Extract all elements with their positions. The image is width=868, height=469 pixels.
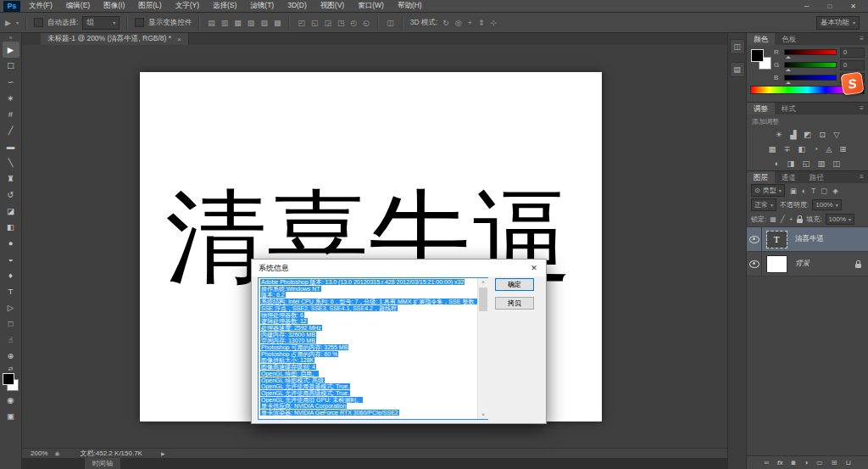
clone-stamp-tool[interactable]: ♜ xyxy=(3,170,19,187)
opacity-dropdown[interactable]: 100% ▾ xyxy=(812,199,841,210)
screenshot-app-badge[interactable]: S xyxy=(840,71,864,95)
new-adjustment-layer-icon[interactable]: ◑ xyxy=(804,459,808,466)
scroll-up-icon[interactable]: ˄ xyxy=(478,278,488,287)
3d-scale-icon[interactable]: ⊹ xyxy=(490,19,498,27)
3d-drag-icon[interactable]: + xyxy=(467,19,473,27)
move-tool[interactable]: ▶ xyxy=(3,42,19,58)
history-panel-icon[interactable]: ◫ xyxy=(730,39,745,54)
black-white-icon[interactable]: ◧ xyxy=(798,144,805,154)
text-layer-thumbnail[interactable]: T xyxy=(767,232,787,248)
vibrance-icon[interactable]: ▽ xyxy=(833,130,839,139)
crop-tool[interactable]: # xyxy=(3,106,19,122)
filter-smart-object-icon[interactable]: ◈ xyxy=(832,187,838,195)
layer-row-text[interactable]: T 清喜牛逼 xyxy=(747,226,868,251)
system-info-text[interactable]: Adobe Photoshop 版本: 13.0 (13.0 20120315.… xyxy=(258,277,488,420)
lasso-tool[interactable]: ∽ xyxy=(3,74,19,90)
selective-color-icon[interactable]: ◫ xyxy=(832,159,840,168)
filter-type-layer-icon[interactable]: T xyxy=(811,187,815,195)
gradient-map-icon[interactable]: ▥ xyxy=(817,159,825,168)
filter-shape-layer-icon[interactable]: ▢ xyxy=(821,187,827,195)
tab-paths[interactable]: 路径 xyxy=(803,171,831,183)
tab-close-icon[interactable]: × xyxy=(177,36,181,43)
align-hcenter-icon[interactable]: ▨ xyxy=(259,19,269,27)
menu-image[interactable]: 图像(I) xyxy=(103,1,125,11)
tab-channels[interactable]: 通道 xyxy=(775,171,803,183)
scrollbar-thumb[interactable] xyxy=(479,288,487,311)
panel-menu-icon[interactable]: ≡ xyxy=(860,103,868,114)
distribute-vcenter-icon[interactable]: ◱ xyxy=(310,19,320,27)
ok-button[interactable]: 确定 xyxy=(495,278,534,291)
menu-file[interactable]: 文件(F) xyxy=(29,1,53,11)
filter-adjustment-layer-icon[interactable]: ◐ xyxy=(802,187,806,195)
lock-position-icon[interactable]: + xyxy=(789,215,793,223)
3d-rotate-icon[interactable]: ↻ xyxy=(442,19,450,27)
color-balance-icon[interactable]: ∓ xyxy=(784,144,791,154)
photo-filter-icon[interactable]: ◔ xyxy=(813,144,818,154)
pen-tool[interactable]: ♦ xyxy=(3,267,19,283)
foreground-color-swatch[interactable] xyxy=(3,373,14,385)
menu-view[interactable]: 视图(V) xyxy=(320,1,344,11)
current-tool-icon[interactable]: ▶ xyxy=(4,19,12,27)
curves-icon[interactable]: ◩ xyxy=(804,130,811,139)
blend-mode-dropdown[interactable]: 正常 ▾ xyxy=(751,198,776,211)
tab-styles[interactable]: 样式 xyxy=(775,103,803,114)
align-bottom-icon[interactable]: ▦ xyxy=(233,19,242,27)
tool-preset-caret-icon[interactable]: ▾ xyxy=(16,20,19,25)
green-channel-value[interactable]: 0 xyxy=(840,60,865,70)
lock-transparency-icon[interactable]: ▦ xyxy=(770,215,776,223)
tools-collapse-icon[interactable]: » xyxy=(9,34,13,42)
color-lookup-icon[interactable]: ⊞ xyxy=(840,144,847,154)
screen-mode-button[interactable]: ▣ xyxy=(3,408,19,424)
filter-pixel-layer-icon[interactable]: ▣ xyxy=(790,187,797,195)
swap-colors-icon[interactable]: ⇄ xyxy=(8,366,14,372)
exposure-icon[interactable]: ⊡ xyxy=(819,130,826,139)
layer-row-background[interactable]: 背景 xyxy=(747,251,868,276)
dialog-close-icon[interactable]: ✕ xyxy=(522,260,546,276)
lock-pixels-icon[interactable]: ╱ xyxy=(781,215,785,223)
minimize-button[interactable]: ─ xyxy=(804,3,810,10)
zoom-tool[interactable]: ⊕ xyxy=(3,348,19,364)
distribute-bottom-icon[interactable]: ◲ xyxy=(323,19,332,27)
menu-edit[interactable]: 编辑(E) xyxy=(66,1,90,11)
document-tab[interactable]: 未标题-1 @ 200% (清喜牛逼, RGB/8) * × xyxy=(41,33,189,45)
type-tool[interactable]: T xyxy=(3,283,19,299)
panel-menu-icon[interactable]: ≡ xyxy=(860,171,868,183)
menu-type[interactable]: 文字(Y) xyxy=(175,1,199,11)
dialog-scrollbar[interactable]: ˄ ˅ xyxy=(477,278,488,419)
background-layer-thumbnail[interactable] xyxy=(766,255,787,273)
align-top-icon[interactable]: ▤ xyxy=(207,19,216,27)
menu-window[interactable]: 窗口(W) xyxy=(358,1,384,11)
align-vcenter-icon[interactable]: ▥ xyxy=(220,19,230,27)
workspace-dropdown[interactable]: 基本功能 ▾ xyxy=(816,16,860,30)
show-transform-checkbox[interactable] xyxy=(135,18,144,27)
rectangle-tool[interactable]: □ xyxy=(3,315,19,332)
healing-brush-tool[interactable]: ▬ xyxy=(3,138,19,154)
visibility-cell[interactable] xyxy=(747,227,762,251)
3d-roll-icon[interactable]: ◎ xyxy=(454,19,463,27)
maximize-button[interactable]: □ xyxy=(827,3,832,10)
status-expand-icon[interactable]: ▶ xyxy=(161,450,165,456)
layer-name[interactable]: 背景 xyxy=(795,259,810,269)
tab-adjustments[interactable]: 调整 xyxy=(747,103,775,114)
tab-swatches[interactable]: 色板 xyxy=(775,33,803,45)
menu-layer[interactable]: 图层(L) xyxy=(138,1,161,11)
menu-select[interactable]: 选择(S) xyxy=(213,1,236,11)
timeline-tab[interactable]: 时间轴 xyxy=(85,458,120,469)
auto-select-checkbox[interactable] xyxy=(34,18,43,27)
link-layers-icon[interactable]: ∞ xyxy=(764,459,769,466)
layer-name[interactable]: 清喜牛逼 xyxy=(795,234,824,244)
invert-icon[interactable]: ◐ xyxy=(775,159,780,168)
marquee-tool[interactable]: ☐ xyxy=(3,58,19,74)
properties-panel-icon[interactable]: ▤ xyxy=(730,62,745,77)
eraser-tool[interactable]: ◪ xyxy=(3,203,19,219)
hand-tool[interactable]: ☝ xyxy=(3,332,19,348)
layer-style-icon[interactable]: fx xyxy=(777,459,783,466)
posterize-icon[interactable]: ◨ xyxy=(787,159,794,168)
auto-align-icon[interactable]: ◫ xyxy=(386,19,395,27)
align-left-icon[interactable]: ▧ xyxy=(247,19,256,27)
copy-button[interactable]: 拷贝 xyxy=(495,297,534,310)
layer-mask-icon[interactable]: ◙ xyxy=(792,459,796,466)
dialog-title-bar[interactable]: 系统信息 ✕ xyxy=(252,260,546,276)
auto-select-dropdown[interactable]: 组 ▾ xyxy=(82,16,120,30)
eyedropper-tool[interactable]: ╱ xyxy=(3,122,19,138)
